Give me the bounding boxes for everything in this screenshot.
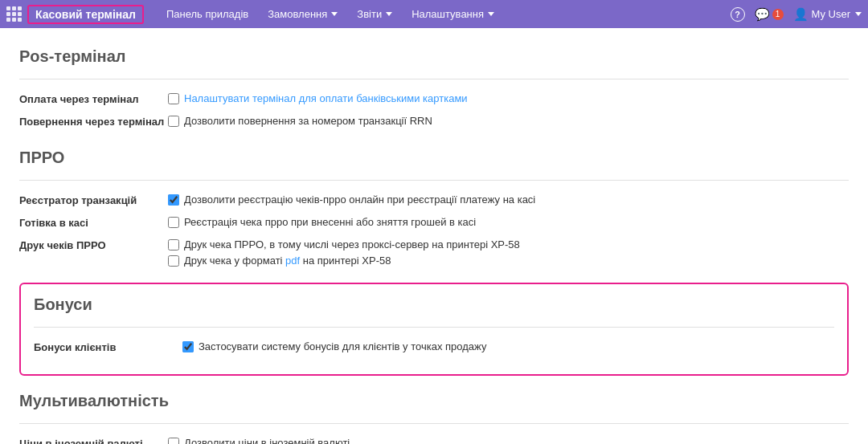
prro-divider	[19, 180, 849, 181]
transaction-registrar-checkbox-row: Дозволити реєстрацію чеків-прро онлайн п…	[168, 193, 535, 206]
transaction-registrar-checkbox-label: Дозволити реєстрацію чеків-прро онлайн п…	[184, 193, 535, 206]
user-label: My User	[812, 8, 850, 20]
return-terminal-checkbox-label: Дозволити повернення за номером транзакц…	[184, 115, 432, 127]
user-icon: 👤	[793, 7, 809, 22]
print-prro-checkbox-row-1: Друк чека ПРРО, в тому числі через прокс…	[168, 238, 520, 251]
cash-register-checkbox-label: Реєстрація чека прро при внесенні або зн…	[184, 216, 476, 228]
return-terminal-options: Дозволити повернення за номером транзакц…	[168, 115, 432, 127]
print-prro-checkbox-row-2: Друк чека у форматі pdf на принтері XP-5…	[168, 255, 520, 267]
foreign-prices-checkbox[interactable]	[168, 438, 179, 445]
foreign-prices-checkbox-label: Дозволити ціни в іноземній валюті	[184, 437, 350, 444]
return-terminal-checkbox-row: Дозволити повернення за номером транзакц…	[168, 115, 432, 127]
payment-terminal-label: Оплата через термінал	[19, 92, 168, 105]
payment-terminal-checkbox[interactable]	[168, 93, 179, 104]
return-terminal-row: Повернення через термінал Дозволити пове…	[19, 115, 849, 132]
return-terminal-label: Повернення через термінал	[19, 115, 168, 128]
chevron-down-icon	[331, 12, 338, 16]
transaction-registrar-options: Дозволити реєстрацію чеків-прро онлайн п…	[168, 193, 535, 206]
pos-terminal-title: Pos-термінал	[19, 47, 849, 66]
transaction-registrar-label: Реєстратор транзакцій	[19, 193, 168, 206]
print-prro-checkbox-label-2: Друк чека у форматі pdf на принтері XP-5…	[184, 255, 391, 267]
payment-terminal-row: Оплата через термінал Налаштувати термін…	[19, 92, 849, 110]
question-icon: ?	[731, 7, 745, 22]
payment-terminal-options: Налаштувати термінал для оплати банківсь…	[168, 92, 468, 104]
user-chevron-icon	[855, 12, 862, 16]
messages-badge: 1	[772, 9, 784, 20]
foreign-prices-options: Дозволити ціни в іноземній валюті	[168, 437, 350, 444]
pdf-link[interactable]: pdf	[285, 255, 300, 267]
return-terminal-checkbox[interactable]	[168, 116, 179, 127]
bonuses-section: Бонуси Бонуси клієнтів Застосувати систе…	[19, 283, 849, 376]
foreign-prices-checkbox-row: Дозволити ціни в іноземній валюті	[168, 437, 350, 444]
brand-title[interactable]: Касовий термінал	[27, 5, 144, 24]
menu-item-orders[interactable]: Замовлення	[260, 5, 346, 23]
chevron-down-icon	[488, 12, 494, 16]
chevron-down-icon	[386, 12, 392, 16]
prro-title: ПРРО	[19, 149, 849, 167]
customer-bonuses-checkbox-label: Застосувати систему бонусів для клієнтів…	[199, 340, 486, 352]
navbar-right: ? 💬 1 👤 My User	[731, 7, 862, 22]
print-prro-checkbox-2[interactable]	[168, 255, 179, 267]
pos-terminal-divider	[19, 79, 849, 79]
print-prro-checkbox-1[interactable]	[168, 239, 179, 251]
multicurrency-section: Мультивалютність Ціни в іноземній валюті…	[19, 392, 849, 444]
multicurrency-title: Мультивалютність	[19, 392, 849, 410]
transaction-registrar-checkbox[interactable]	[168, 194, 179, 206]
foreign-prices-row: Ціни в іноземній валюті Дозволити ціни в…	[19, 437, 849, 444]
menu-item-settings[interactable]: Налаштування	[403, 5, 502, 23]
main-content: Pos-термінал Оплата через термінал Налаш…	[0, 28, 868, 444]
cash-register-checkbox[interactable]	[168, 217, 179, 228]
customer-bonuses-checkbox-row: Застосувати систему бонусів для клієнтів…	[182, 340, 486, 352]
cash-register-options: Реєстрація чека прро при внесенні або зн…	[168, 216, 476, 228]
navbar: Касовий термінал Панель приладів Замовле…	[0, 0, 868, 28]
foreign-prices-label: Ціни в іноземній валюті	[19, 437, 168, 444]
pos-terminal-section: Pos-термінал Оплата через термінал Налаш…	[19, 47, 849, 132]
print-prro-row: Друк чеків ПРРО Друк чека ПРРО, в тому ч…	[19, 238, 849, 267]
apps-grid-icon[interactable]	[6, 6, 23, 22]
menu-item-reports[interactable]: Звіти	[349, 5, 400, 23]
print-prro-label: Друк чеків ПРРО	[19, 238, 168, 251]
print-prro-options: Друк чека ПРРО, в тому числі через прокс…	[168, 238, 520, 267]
customer-bonuses-checkbox[interactable]	[182, 341, 194, 352]
prro-section: ПРРО Реєстратор транзакцій Дозволити реє…	[19, 149, 849, 267]
payment-terminal-link[interactable]: Налаштувати термінал для оплати банківсь…	[184, 92, 468, 104]
menu-item-dashboard[interactable]: Панель приладів	[158, 5, 256, 23]
navbar-menu: Панель приладів Замовлення Звіти Налашту…	[158, 5, 731, 23]
cash-register-label: Готівка в касі	[19, 216, 168, 229]
cash-register-row: Готівка в касі Реєстрація чека прро при …	[19, 216, 849, 234]
bonuses-divider	[34, 327, 834, 328]
customer-bonuses-row: Бонуси клієнтів Застосувати систему бону…	[34, 340, 834, 358]
transaction-registrar-row: Реєстратор транзакцій Дозволити реєстрац…	[19, 193, 849, 211]
customer-bonuses-options: Застосувати систему бонусів для клієнтів…	[182, 340, 486, 352]
customer-bonuses-label: Бонуси клієнтів	[34, 340, 182, 353]
payment-terminal-checkbox-row: Налаштувати термінал для оплати банківсь…	[168, 92, 468, 104]
help-button[interactable]: ?	[731, 7, 745, 22]
messages-button[interactable]: 💬 1	[755, 7, 784, 22]
payment-terminal-checkbox-label: Налаштувати термінал для оплати банківсь…	[184, 92, 468, 104]
print-prro-checkbox-label-1: Друк чека ПРРО, в тому числі через прокс…	[184, 238, 520, 251]
bonuses-title: Бонуси	[34, 295, 834, 314]
user-menu[interactable]: 👤 My User	[793, 7, 862, 22]
chat-icon: 💬	[755, 7, 770, 22]
multicurrency-divider	[19, 423, 849, 424]
cash-register-checkbox-row: Реєстрація чека прро при внесенні або зн…	[168, 216, 476, 228]
